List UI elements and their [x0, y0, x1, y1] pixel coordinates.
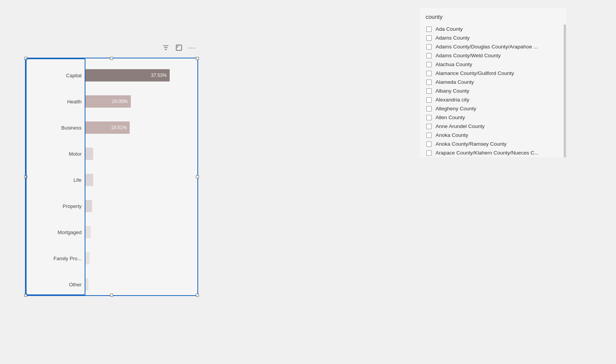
county-checkbox[interactable]: [426, 62, 432, 67]
county-checkbox[interactable]: [426, 80, 432, 85]
county-list-item[interactable]: Alamance County/Guilford County: [426, 69, 560, 78]
county-name: Allen County: [436, 115, 465, 120]
bar-row[interactable]: Other: [30, 271, 194, 298]
bar-area: [85, 146, 194, 161]
county-list-item[interactable]: Anne Arundel County: [426, 122, 560, 131]
county-list-item[interactable]: Allegheny County: [426, 104, 560, 113]
expand-icon[interactable]: [174, 42, 184, 53]
county-panel-title: county: [426, 13, 566, 20]
chart-toolbar: ···: [160, 42, 197, 53]
county-checkbox[interactable]: [426, 133, 432, 138]
county-list-item[interactable]: Adams County/Douglas County/Arapahoe ...: [426, 42, 560, 51]
bar-row[interactable]: Life: [30, 167, 194, 193]
county-name: Adams County/Weld County: [436, 53, 501, 58]
county-list-item[interactable]: Ada County: [426, 25, 560, 33]
county-name: Allegheny County: [436, 106, 476, 111]
bar-area: 20.00%: [85, 94, 194, 109]
bar-area: [85, 198, 194, 214]
bar-fill[interactable]: [85, 174, 93, 186]
county-name: Alamance County/Guilford County: [436, 70, 514, 76]
bar-label: Mortgaged: [30, 229, 85, 235]
bar-area: [85, 277, 194, 292]
bar-fill[interactable]: 37.53%: [85, 69, 170, 81]
county-checkbox[interactable]: [426, 97, 432, 103]
county-list-item[interactable]: Alachua County: [426, 60, 560, 69]
bar-row[interactable]: Business19.51%: [30, 115, 194, 141]
bar-label: Business: [30, 125, 85, 131]
county-checkbox[interactable]: [426, 71, 432, 76]
county-name: Arapace County/Klahern County/Nueces C..…: [436, 150, 539, 156]
bar-label: Health: [30, 99, 85, 105]
county-checkbox[interactable]: [426, 44, 432, 50]
county-list-item[interactable]: Alameda County: [426, 78, 560, 86]
filter-icon[interactable]: [160, 42, 171, 53]
bar-fill[interactable]: [85, 252, 90, 264]
county-checkbox[interactable]: [426, 106, 432, 111]
bar-label: Family Pro...: [30, 256, 85, 261]
county-name: Anne Arundel County: [436, 123, 485, 129]
county-list-item[interactable]: Allen County: [426, 113, 560, 122]
county-list-item[interactable]: Adams County/Weld County: [426, 51, 560, 60]
county-name: Anoka County: [436, 132, 468, 138]
county-name: Ada County: [436, 26, 463, 32]
county-checkbox[interactable]: [426, 27, 432, 32]
bar-label: Capital: [30, 73, 85, 78]
county-name: Albany County: [436, 88, 469, 94]
county-checkbox[interactable]: [426, 35, 432, 41]
bar-row[interactable]: Capital37.53%: [30, 62, 194, 88]
bar-area: 37.53%: [85, 68, 194, 83]
bar-label: Motor: [30, 151, 85, 157]
bar-row[interactable]: Health20.00%: [30, 88, 194, 115]
county-list-item[interactable]: Arapace County/Klahern County/Nueces C..…: [426, 148, 560, 157]
county-name: Anoka County/Ramsey County: [436, 141, 507, 147]
bar-fill[interactable]: 19.51%: [85, 121, 130, 134]
county-checkbox[interactable]: [426, 115, 432, 120]
bar-fill[interactable]: [85, 278, 88, 291]
county-list-item[interactable]: Anoka County/Ramsey County: [426, 140, 560, 148]
county-checkbox[interactable]: [426, 124, 432, 129]
bar-row[interactable]: Family Pro...: [30, 245, 194, 271]
more-options-icon[interactable]: ···: [187, 42, 197, 53]
bar-area: 19.51%: [85, 120, 194, 135]
bar-row[interactable]: Property: [30, 193, 194, 219]
county-checkbox[interactable]: [426, 53, 432, 58]
bar-row[interactable]: Motor: [30, 141, 194, 167]
bar-area: [85, 172, 194, 188]
bar-label: Life: [30, 177, 85, 183]
bar-fill[interactable]: 20.00%: [85, 95, 131, 108]
bar-area: [85, 251, 194, 266]
county-list-item[interactable]: Adams County: [426, 33, 560, 42]
chart-content: Capital37.53%Health20.00%Business19.51%M…: [26, 58, 197, 295]
county-checkbox[interactable]: [426, 141, 432, 147]
bar-fill[interactable]: [85, 226, 91, 238]
county-name: Alameda County: [436, 79, 474, 85]
county-checkbox[interactable]: [426, 150, 432, 156]
county-list-item[interactable]: Albany County: [426, 86, 560, 95]
bar-fill[interactable]: [85, 200, 92, 212]
county-list-item[interactable]: Alexandria city: [426, 95, 560, 104]
bar-row[interactable]: Mortgaged: [30, 219, 194, 245]
county-name: Alexandria city: [436, 97, 469, 103]
county-name: Adams County: [436, 35, 470, 41]
county-checkbox[interactable]: [426, 88, 432, 94]
bar-fill[interactable]: [85, 148, 93, 160]
county-name: Alachua County: [436, 61, 472, 67]
bar-label: Property: [30, 203, 85, 209]
bar-area: [85, 224, 194, 240]
chart-panel: ··· Capital37.53%Health20.00%Business19.…: [25, 58, 198, 296]
county-list-item[interactable]: Anoka County: [426, 131, 560, 140]
bar-label: Other: [30, 282, 85, 288]
svg-rect-0: [176, 45, 182, 50]
county-name: Adams County/Douglas County/Arapahoe ...: [436, 44, 538, 50]
county-list[interactable]: Ada CountyAdams CountyAdams County/Dougl…: [426, 25, 566, 157]
county-filter-panel: county Ada CountyAdams CountyAdams Count…: [420, 8, 566, 157]
